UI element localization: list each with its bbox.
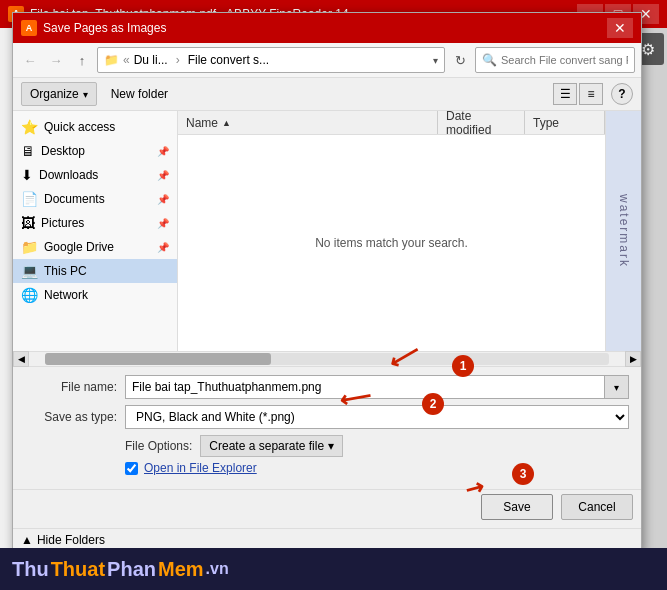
sidebar-downloads-label: Downloads — [39, 168, 151, 182]
up-button[interactable]: ↑ — [71, 49, 93, 71]
quick-access-label[interactable]: Quick access — [44, 120, 169, 134]
pictures-icon: 🖼 — [21, 215, 35, 231]
savetype-select-wrap: PNG, Black and White (*.png) — [125, 405, 629, 429]
column-name-label: Name — [186, 116, 218, 130]
view-buttons: ☰ ≡ — [553, 83, 603, 105]
new-folder-button[interactable]: New folder — [105, 85, 174, 103]
file-options-dropdown[interactable]: Create a separate file ▾ — [200, 435, 343, 457]
dialog-title: Save Pages as Images — [43, 21, 607, 35]
scroll-thumb[interactable] — [45, 353, 271, 365]
save-dialog: A Save Pages as Images ✕ ← → ↑ 📁 « Du li… — [12, 12, 642, 552]
options-arrow: ▾ — [328, 439, 334, 453]
sidebar-item-desktop[interactable]: 🖥 Desktop 📌 — [13, 139, 177, 163]
column-type[interactable]: Type — [525, 111, 605, 134]
open-explorer-checkbox[interactable] — [125, 462, 138, 475]
sidebar-pictures-label: Pictures — [41, 216, 151, 230]
sidebar-item-this-pc[interactable]: 💻 This PC — [13, 259, 177, 283]
search-box[interactable]: 🔍 — [475, 47, 635, 73]
column-date-label: Date modified — [446, 109, 516, 137]
help-button[interactable]: ? — [611, 83, 633, 105]
sort-arrow: ▲ — [222, 118, 231, 128]
path-chevron: › — [176, 53, 180, 67]
filename-dropdown-button[interactable]: ▾ — [605, 375, 629, 399]
filename-row: File name: ▾ — [25, 375, 629, 399]
sidebar-network-label: Network — [44, 288, 169, 302]
quick-access-icon: ⭐ — [21, 119, 38, 135]
sidebar-documents-label: Documents — [44, 192, 151, 206]
button-row: Save Cancel — [13, 489, 641, 528]
watermark-thuat: Thuat — [51, 558, 105, 581]
sidebar-item-network[interactable]: 🌐 Network — [13, 283, 177, 307]
scroll-left-button[interactable]: ◀ — [13, 351, 29, 367]
forward-button[interactable]: → — [45, 49, 67, 71]
hide-folders-icon: ▲ — [21, 533, 33, 547]
cancel-button[interactable]: Cancel — [561, 494, 633, 520]
search-icon: 🔍 — [482, 53, 497, 67]
filename-input-wrap: ▾ — [125, 375, 629, 399]
downloads-icon: ⬇ — [21, 167, 33, 183]
organize-button[interactable]: Organize ▾ — [21, 82, 97, 106]
watermark-strip: watermark — [617, 194, 631, 268]
scrollbar-area: ◀ ▶ — [13, 351, 641, 367]
column-name[interactable]: Name ▲ — [178, 111, 438, 134]
organize-label: Organize — [30, 87, 79, 101]
filename-input[interactable] — [125, 375, 605, 399]
save-button[interactable]: Save — [481, 494, 553, 520]
this-pc-icon: 💻 — [21, 263, 38, 279]
sidebar-item-google-drive[interactable]: 📁 Google Drive 📌 — [13, 235, 177, 259]
file-list-header: Name ▲ Date modified Type — [178, 111, 605, 135]
pin-icon: 📌 — [157, 146, 169, 157]
sidebar-desktop-label: Desktop — [41, 144, 151, 158]
watermark-mem: Mem — [158, 558, 204, 581]
search-input[interactable] — [501, 54, 628, 66]
dialog-icon: A — [21, 20, 37, 36]
column-type-label: Type — [533, 116, 559, 130]
right-strip: watermark — [606, 111, 641, 351]
savetype-label: Save as type: — [25, 410, 125, 424]
pin-icon-2: 📌 — [157, 170, 169, 181]
path-separator: « — [123, 53, 130, 67]
empty-message: No items match your search. — [315, 236, 468, 250]
content-area: ⭐ Quick access 🖥 Desktop 📌 ⬇ Downloads 📌… — [13, 111, 641, 351]
sidebar: ⭐ Quick access 🖥 Desktop 📌 ⬇ Downloads 📌… — [13, 111, 178, 351]
open-explorer-label[interactable]: Open in File Explorer — [144, 461, 257, 475]
documents-icon: 📄 — [21, 191, 38, 207]
sidebar-item-pictures[interactable]: 🖼 Pictures 📌 — [13, 211, 177, 235]
view-details-button[interactable]: ≡ — [579, 83, 603, 105]
file-options-label: File Options: — [125, 439, 192, 453]
desktop-icon: 🖥 — [21, 143, 35, 159]
pin-icon-5: 📌 — [157, 242, 169, 253]
file-options-row: File Options: Create a separate file ▾ — [25, 435, 629, 457]
view-list-button[interactable]: ☰ — [553, 83, 577, 105]
filename-label: File name: — [25, 380, 125, 394]
toolbar-row: Organize ▾ New folder ☰ ≡ ? — [13, 78, 641, 111]
column-date[interactable]: Date modified — [438, 111, 525, 134]
watermark-vn: .vn — [206, 560, 229, 578]
path-part-1: Du li... — [134, 53, 168, 67]
form-area: File name: ▾ Save as type: PNG, Black an… — [13, 367, 641, 489]
google-drive-icon: 📁 — [21, 239, 38, 255]
savetype-select[interactable]: PNG, Black and White (*.png) — [125, 405, 629, 429]
hide-folders-label: Hide Folders — [37, 533, 105, 547]
refresh-button[interactable]: ↻ — [449, 49, 471, 71]
sidebar-item-downloads[interactable]: ⬇ Downloads 📌 — [13, 163, 177, 187]
path-icon: 📁 — [104, 53, 119, 67]
savetype-row: Save as type: PNG, Black and White (*.pn… — [25, 405, 629, 429]
scroll-right-button[interactable]: ▶ — [625, 351, 641, 367]
sidebar-item-documents[interactable]: 📄 Documents 📌 — [13, 187, 177, 211]
dialog-titlebar: A Save Pages as Images ✕ — [13, 13, 641, 43]
new-folder-label: New folder — [111, 87, 168, 101]
path-part-2: File convert s... — [188, 53, 269, 67]
watermark-phan: Phan — [107, 558, 156, 581]
network-icon: 🌐 — [21, 287, 38, 303]
sidebar-gdrive-label: Google Drive — [44, 240, 151, 254]
pin-icon-4: 📌 — [157, 218, 169, 229]
dialog-close-button[interactable]: ✕ — [607, 18, 633, 38]
path-dropdown-arrow[interactable]: ▾ — [433, 55, 438, 66]
file-list: Name ▲ Date modified Type No items match… — [178, 111, 606, 351]
address-path[interactable]: 📁 « Du li... › File convert s... ▾ — [97, 47, 445, 73]
organize-arrow: ▾ — [83, 89, 88, 100]
address-bar: ← → ↑ 📁 « Du li... › File convert s... ▾… — [13, 43, 641, 78]
back-button[interactable]: ← — [19, 49, 41, 71]
file-list-body: No items match your search. — [178, 135, 605, 350]
